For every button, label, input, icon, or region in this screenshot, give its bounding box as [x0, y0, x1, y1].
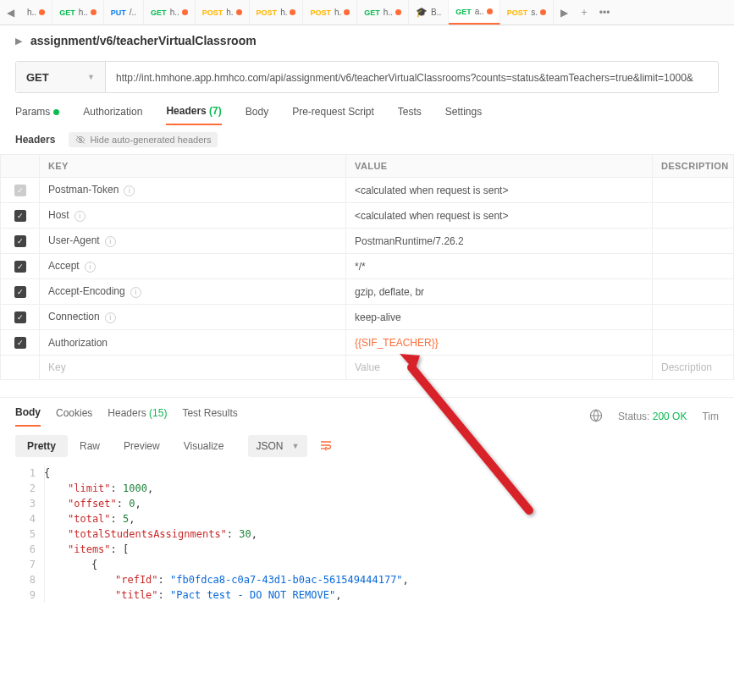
header-checkbox[interactable]: ✓ — [14, 286, 26, 298]
headers-table: KEY VALUE DESCRIPTION ✓Postman-Tokeni<ca… — [0, 154, 734, 380]
unsaved-dot-icon — [487, 8, 493, 14]
top-tab[interactable]: POST h. — [303, 0, 357, 25]
top-tab[interactable]: POST h. — [250, 0, 304, 25]
tab-settings[interactable]: Settings — [445, 106, 482, 124]
header-desc[interactable] — [653, 203, 734, 229]
info-icon[interactable]: i — [105, 312, 116, 323]
body-view-visualize[interactable]: Visualize — [172, 435, 236, 457]
header-checkbox[interactable]: ✓ — [14, 235, 26, 247]
header-value[interactable]: keep-alive — [346, 305, 653, 330]
top-tab[interactable]: POST s. — [500, 0, 554, 25]
method-badge: POST — [202, 8, 224, 17]
tab-body[interactable]: Body — [246, 106, 268, 124]
method-badge: GET — [151, 8, 167, 17]
header-key[interactable]: User-Agenti — [40, 229, 346, 254]
headers-toolbar: Headers Hide auto-generated headers — [0, 125, 734, 154]
header-key[interactable]: Postman-Tokeni — [40, 178, 346, 203]
header-key[interactable]: Authorization — [40, 330, 346, 356]
header-desc[interactable] — [653, 229, 734, 254]
header-desc[interactable] — [653, 178, 734, 203]
network-icon[interactable] — [589, 409, 603, 425]
tab-prev-icon[interactable]: ◀ — [0, 7, 20, 19]
header-desc[interactable] — [653, 305, 734, 330]
method-badge: POST — [257, 8, 278, 17]
headers-label: Headers — [15, 134, 55, 146]
header-value[interactable]: gzip, deflate, br — [346, 279, 653, 305]
tab-authorization[interactable]: Authorization — [83, 106, 142, 124]
top-tab-bar: ◀ h.. GET h.. PUT /.. GET h.. POST h. PO… — [0, 0, 734, 25]
top-tab[interactable]: h.. — [20, 0, 52, 25]
top-tab[interactable]: PUT /.. — [104, 0, 144, 25]
tab-label: h.. — [27, 8, 36, 17]
header-key[interactable]: Accept-Encodingi — [40, 279, 346, 305]
info-icon[interactable]: i — [105, 236, 116, 247]
info-icon[interactable]: i — [75, 211, 86, 222]
response-body[interactable]: 1{ 2"limit": 1000, 3"offset": 0, 4"total… — [0, 466, 734, 603]
request-title: assignment/v6/teacherVirtualClassroom — [30, 34, 257, 47]
tab-label: /.. — [130, 8, 136, 17]
top-tab[interactable]: GET h.. — [357, 0, 409, 25]
collection-icon: 🎓 — [416, 7, 428, 18]
line-wrap-button[interactable] — [319, 438, 333, 455]
time-label: Tim — [702, 411, 719, 422]
params-active-dot-icon — [53, 109, 59, 115]
col-checkbox — [1, 155, 40, 178]
tab-tests[interactable]: Tests — [398, 106, 422, 124]
tab-params[interactable]: Params — [15, 106, 59, 124]
top-tab[interactable]: GET a.. — [449, 0, 500, 25]
method-badge: POST — [310, 8, 331, 17]
body-view-preview[interactable]: Preview — [112, 435, 172, 457]
header-key[interactable]: Hosti — [40, 203, 346, 229]
body-format-select[interactable]: JSON ▼ — [248, 435, 308, 457]
top-tab[interactable]: GET h.. — [144, 0, 196, 25]
header-key[interactable]: Connectioni — [40, 305, 346, 330]
header-checkbox[interactable]: ✓ — [14, 311, 26, 323]
new-tab-icon[interactable]: ＋ — [574, 5, 594, 19]
collapse-caret-icon[interactable]: ▶ — [15, 36, 22, 47]
more-icon[interactable]: ••• — [594, 7, 615, 19]
tab-prerequest[interactable]: Pre-request Script — [292, 106, 374, 124]
header-key[interactable]: Accepti — [40, 254, 346, 279]
body-view-pretty[interactable]: Pretty — [15, 435, 68, 457]
unsaved-dot-icon — [91, 9, 97, 15]
response-tab-headers[interactable]: Headers (15) — [108, 407, 167, 426]
header-value[interactable]: PostmanRuntime/7.26.2 — [346, 229, 653, 254]
top-tab[interactable]: 🎓 B.. — [409, 0, 449, 25]
info-icon[interactable]: i — [85, 262, 96, 273]
tab-headers[interactable]: Headers (7) — [166, 105, 221, 125]
response-tab-cookies[interactable]: Cookies — [56, 407, 92, 426]
runner-icon[interactable]: ▶ — [554, 7, 574, 19]
response-tab-tests[interactable]: Test Results — [182, 407, 237, 426]
section-tabs: Params Authorization Headers (7) Body Pr… — [0, 93, 734, 125]
status-value: 200 OK — [653, 411, 687, 422]
header-checkbox[interactable]: ✓ — [14, 185, 26, 196]
header-value[interactable]: */* — [346, 254, 653, 279]
body-view-toolbar: Pretty Raw Preview Visualize JSON ▼ — [0, 427, 734, 466]
header-checkbox[interactable]: ✓ — [14, 337, 26, 349]
value-input[interactable]: Value — [346, 356, 653, 380]
top-tab[interactable]: GET h.. — [52, 0, 104, 25]
desc-input[interactable]: Description — [653, 356, 734, 380]
header-checkbox[interactable]: ✓ — [14, 261, 26, 273]
url-input[interactable]: http://int.hmhone.app.hmhco.com/api/assi… — [106, 62, 718, 92]
info-icon[interactable]: i — [124, 185, 135, 196]
header-desc[interactable] — [653, 254, 734, 279]
response-tab-body[interactable]: Body — [15, 406, 41, 427]
info-icon[interactable]: i — [130, 287, 141, 298]
header-desc[interactable] — [653, 279, 734, 305]
method-badge: PUT — [111, 8, 126, 17]
body-view-raw[interactable]: Raw — [68, 435, 112, 457]
header-row: ✓Authorization{{SIF_TEACHER}} — [1, 330, 734, 356]
header-value[interactable]: {{SIF_TEACHER}} — [346, 330, 653, 356]
unsaved-dot-icon — [540, 9, 546, 15]
top-tab[interactable]: POST h. — [196, 0, 250, 25]
method-select[interactable]: GET ▼ — [16, 62, 106, 92]
header-desc[interactable] — [653, 330, 734, 356]
unsaved-dot-icon — [39, 9, 45, 15]
key-input[interactable]: Key — [40, 356, 346, 380]
header-value[interactable]: <calculated when request is sent> — [346, 203, 653, 229]
hide-autogen-button[interactable]: Hide auto-generated headers — [69, 132, 218, 147]
header-checkbox[interactable]: ✓ — [14, 210, 26, 222]
header-row: ✓Accepti*/* — [1, 254, 734, 279]
header-value[interactable]: <calculated when request is sent> — [346, 178, 653, 203]
